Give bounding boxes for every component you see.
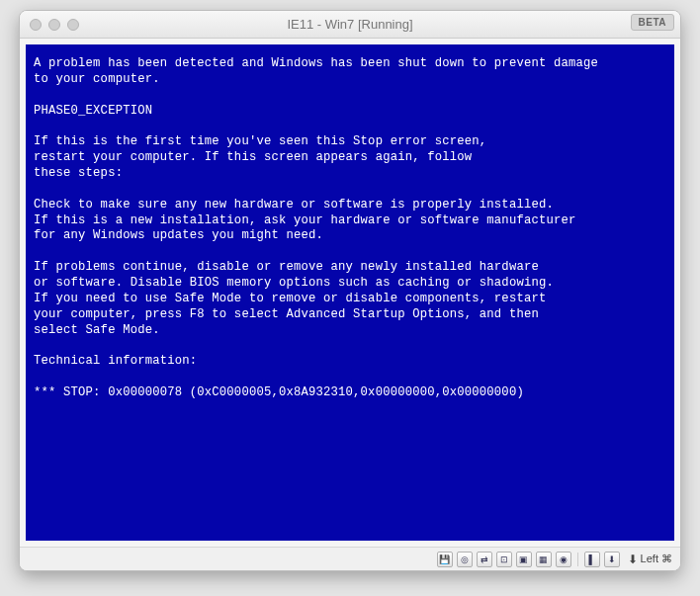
host-key-label: Left ⌘ — [641, 553, 672, 565]
down-arrow-icon: ⬇ — [628, 553, 638, 566]
network-icon[interactable]: ⇄ — [477, 552, 492, 567]
traffic-lights — [20, 19, 79, 31]
window-title: IE11 - Win7 [Running] — [20, 17, 680, 32]
bsod-screen: A problem has been detected and Windows … — [26, 44, 674, 541]
statusbar: 💾 ◎ ⇄ ⊡ ▣ ▦ ◉ ▌ ⬇ ⬇ Left ⌘ — [20, 547, 680, 570]
host-key-indicator: ⬇ Left ⌘ — [628, 553, 672, 566]
titlebar: IE11 - Win7 [Running] BETA — [20, 11, 680, 39]
usb-icon[interactable]: ⊡ — [496, 552, 512, 567]
statusbar-separator — [577, 553, 578, 566]
recording-icon[interactable]: ◉ — [556, 552, 571, 567]
display-icon[interactable]: ▦ — [536, 552, 552, 567]
shared-folder-icon[interactable]: ▣ — [516, 552, 532, 567]
close-button[interactable] — [30, 19, 42, 31]
beta-badge: BETA — [631, 14, 674, 31]
zoom-button[interactable] — [67, 19, 79, 31]
vm-window: IE11 - Win7 [Running] BETA A problem has… — [19, 10, 681, 571]
discs-icon[interactable]: ◎ — [457, 552, 473, 567]
mouse-integration-icon[interactable]: ▌ — [584, 552, 600, 567]
download-icon[interactable]: ⬇ — [604, 552, 620, 567]
minimize-button[interactable] — [48, 19, 60, 31]
floppy-icon[interactable]: 💾 — [437, 552, 453, 567]
window-content: A problem has been detected and Windows … — [20, 39, 680, 547]
